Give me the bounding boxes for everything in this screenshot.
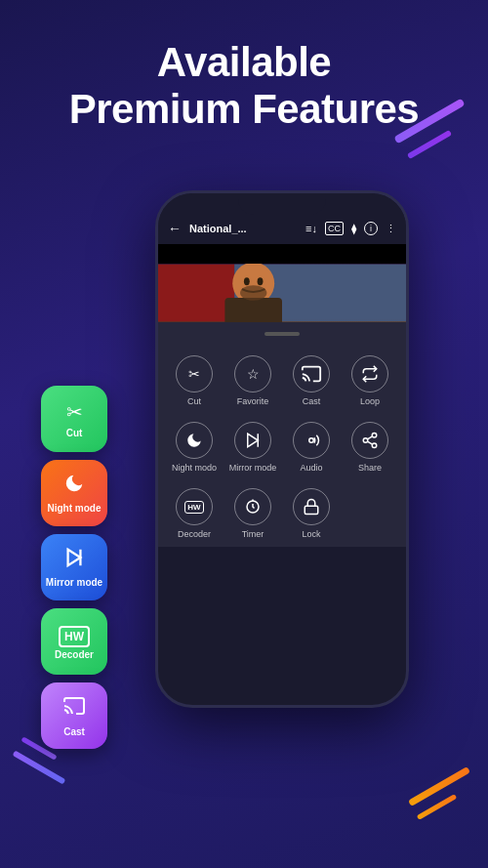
- loop-label: Loop: [360, 396, 380, 406]
- svg-marker-20: [68, 550, 81, 566]
- sidebar-decoder-button[interactable]: HW Decoder: [41, 608, 107, 675]
- feature-decoder[interactable]: HW Decoder: [166, 480, 223, 547]
- sheet-handle: [264, 332, 300, 336]
- thumbnail-svg: [158, 264, 406, 322]
- favorite-label: Favorite: [237, 396, 269, 406]
- sidebar-mirror-icon: [63, 547, 85, 573]
- equalizer-icon: ⧫: [351, 223, 356, 235]
- feature-cast[interactable]: Cast: [283, 348, 340, 414]
- feature-mirror[interactable]: Mirror mode: [224, 414, 281, 480]
- svg-rect-1: [158, 265, 234, 322]
- timer-label: Timer: [242, 529, 264, 539]
- share-circle: [351, 422, 388, 459]
- audio-circle: [293, 422, 330, 459]
- mirror-label: Mirror mode: [229, 463, 277, 473]
- cc-icon: CC: [325, 222, 344, 235]
- topbar-icons: ≡↓ CC ⧫ i ⋮: [305, 222, 396, 235]
- playlist-icon: ≡↓: [305, 223, 317, 234]
- svg-line-16: [367, 436, 372, 439]
- feature-empty: [342, 480, 398, 547]
- sidebar-night-icon: [63, 473, 85, 499]
- svg-point-7: [240, 285, 266, 301]
- sidebar-night-button[interactable]: Night mode: [41, 460, 107, 526]
- cast-circle: [293, 355, 330, 393]
- feature-audio[interactable]: Audio: [283, 414, 340, 480]
- more-icon: ⋮: [386, 223, 396, 235]
- cut-circle: ✂: [176, 355, 213, 393]
- cut-label: Cut: [187, 396, 201, 406]
- feature-lock[interactable]: Lock: [283, 480, 340, 547]
- lock-label: Lock: [302, 529, 320, 539]
- feature-share[interactable]: Share: [342, 414, 398, 480]
- feature-timer[interactable]: Timer: [224, 480, 281, 547]
- feature-grid-row2: Night modo Mirror mode: [158, 414, 406, 480]
- sidebar-cast-icon: [62, 694, 86, 723]
- phone-body: ← National_... ≡↓ CC ⧫ i ⋮: [155, 190, 409, 708]
- phone-notch: [238, 193, 326, 215]
- feature-loop[interactable]: Loop: [342, 348, 398, 414]
- back-icon: ←: [168, 221, 182, 236]
- video-title: National_...: [189, 223, 300, 234]
- share-label: Share: [358, 463, 382, 473]
- timer-circle: [234, 488, 271, 525]
- sidebar-cut-icon: ✂: [66, 400, 83, 424]
- feature-cut[interactable]: ✂ Cut: [166, 348, 223, 414]
- deco-stripe-3: [408, 766, 470, 806]
- svg-point-11: [309, 438, 314, 443]
- phone-mockup: ← National_... ≡↓ CC ⧫ i ⋮: [155, 190, 409, 708]
- svg-rect-4: [224, 298, 282, 322]
- feature-grid-row3: HW Decoder Timer: [158, 480, 406, 547]
- loop-circle: [351, 355, 388, 393]
- feature-night[interactable]: Night modo: [166, 414, 223, 480]
- svg-point-14: [372, 443, 377, 448]
- video-area: [158, 244, 406, 322]
- bottom-sheet: ✂ Cut ☆ Favorite Cast: [158, 322, 406, 547]
- cast-label: Cast: [303, 396, 321, 406]
- night-circle: [176, 422, 213, 459]
- deco-stripe-5: [13, 750, 66, 784]
- audio-label: Audio: [300, 463, 322, 473]
- video-thumbnail: [158, 264, 406, 322]
- svg-marker-9: [248, 434, 259, 447]
- svg-point-13: [363, 438, 368, 443]
- sidebar-decoder-icon: HW: [59, 623, 90, 645]
- decoder-circle: HW: [176, 488, 213, 525]
- left-sidebar: ✂ Cut Night mode Mirror mode HW Decoder: [41, 386, 107, 749]
- mirror-circle: [234, 422, 271, 459]
- sidebar-cast-button[interactable]: Cast: [41, 682, 107, 749]
- sidebar-cut-label: Cut: [66, 428, 83, 438]
- lock-circle: [293, 488, 330, 525]
- feature-grid-row1: ✂ Cut ☆ Favorite Cast: [158, 348, 406, 414]
- night-label: Night modo: [172, 463, 217, 473]
- svg-rect-19: [305, 506, 318, 514]
- svg-point-12: [372, 434, 377, 438]
- sidebar-mirror-button[interactable]: Mirror mode: [41, 534, 107, 600]
- sidebar-decoder-label: Decoder: [55, 649, 94, 660]
- sidebar-cast-label: Cast: [63, 726, 85, 737]
- sidebar-cut-button[interactable]: ✂ Cut: [41, 386, 107, 452]
- feature-favorite[interactable]: ☆ Favorite: [224, 348, 281, 414]
- info-icon: i: [364, 222, 378, 235]
- sidebar-night-label: Night mode: [48, 503, 102, 514]
- sidebar-mirror-label: Mirror mode: [46, 577, 102, 588]
- favorite-circle: ☆: [234, 355, 271, 393]
- decoder-label: Decoder: [178, 529, 211, 539]
- svg-point-6: [258, 277, 264, 285]
- svg-point-5: [244, 277, 250, 285]
- svg-line-15: [367, 441, 372, 444]
